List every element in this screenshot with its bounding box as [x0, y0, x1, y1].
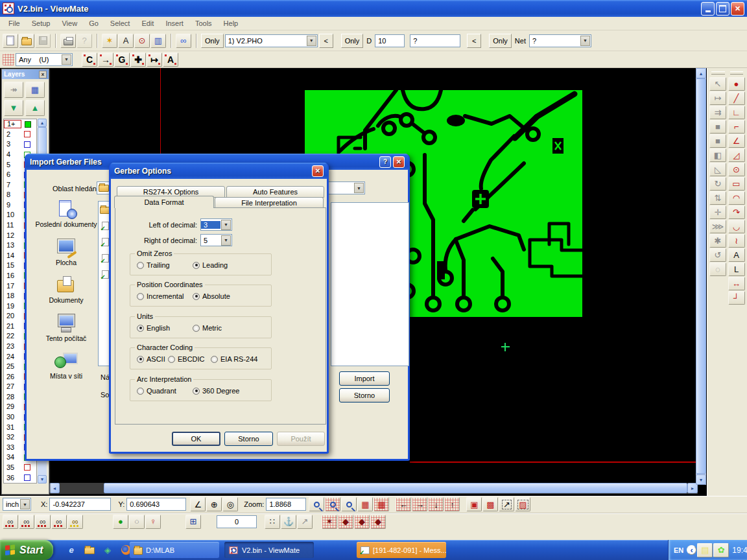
- menu-tools[interactable]: Tools: [189, 18, 218, 29]
- transfer-tool[interactable]: ↦: [709, 91, 726, 105]
- radio-quadrant[interactable]: Quadrant: [137, 387, 176, 395]
- dcode-plus-button[interactable]: ✚: [130, 52, 146, 67]
- taskbar-task-v2-bin-viewmate[interactable]: V2.bin - ViewMate: [224, 542, 314, 558]
- place-network-places[interactable]: Místa v síti: [34, 351, 98, 380]
- dcode-h-button[interactable]: ↦: [147, 52, 162, 67]
- layer-color-swatch[interactable]: [24, 131, 30, 137]
- apply-button[interactable]: Použít: [277, 432, 325, 446]
- pan-up-button[interactable]: ↑: [444, 497, 460, 511]
- radio-metric[interactable]: Metric: [193, 324, 222, 332]
- previous-layer-button[interactable]: <: [319, 34, 333, 48]
- mirror-tool[interactable]: ◧: [709, 148, 726, 162]
- previous-dcode-button[interactable]: <: [467, 34, 481, 48]
- layer-color-swatch[interactable]: [25, 121, 31, 128]
- pattern-pad-button[interactable]: ◆: [338, 515, 353, 529]
- arc-angle-tool[interactable]: ∠: [728, 134, 745, 148]
- view-pads-button[interactable]: ∞: [3, 515, 18, 529]
- drawing-canvas[interactable]: ◂ ▸ ▴ ▾ Layers x ↠▦▼▲ 1+2345678910111213…: [0, 68, 707, 496]
- menu-edit[interactable]: Edit: [136, 18, 160, 29]
- dimension-tool[interactable]: ↔: [728, 277, 745, 290]
- layers-scroll-down-button[interactable]: ▾: [38, 475, 47, 484]
- rectangle-tool[interactable]: ▭: [728, 177, 745, 191]
- taskbar-task-191-482-091-mess[interactable]: [191-482-091] - Mess...: [357, 542, 446, 558]
- import-button[interactable]: Import: [339, 371, 390, 386]
- layer-color-swatch[interactable]: [24, 474, 30, 481]
- grid-toggle-button[interactable]: ▦: [357, 497, 373, 511]
- layer-row-3[interactable]: 3: [4, 139, 36, 150]
- settings-tool[interactable]: ✱: [709, 234, 726, 248]
- dialog-close-button[interactable]: ✕: [393, 156, 405, 168]
- rectangle-corner-tool[interactable]: ⌐: [728, 120, 745, 134]
- polyline-tool[interactable]: ∟: [728, 106, 745, 119]
- radio-ebcdic[interactable]: EBCDIC: [168, 355, 205, 363]
- filled-rect-tool[interactable]: ■: [709, 120, 726, 134]
- chevron-down-icon[interactable]: ▼: [221, 235, 231, 246]
- print-button[interactable]: [60, 34, 76, 48]
- layers-scroll-up-button[interactable]: ▴: [38, 119, 47, 127]
- layers-panel-titlebar[interactable]: Layers x: [2, 69, 49, 79]
- chevron-down-icon[interactable]: ▼: [20, 499, 30, 509]
- tab-auto-features[interactable]: Auto Features: [226, 186, 324, 198]
- probe-button[interactable]: ♀: [145, 515, 161, 529]
- scroll-down-button[interactable]: ▾: [696, 474, 706, 485]
- menu-go[interactable]: Go: [83, 18, 104, 29]
- storno-button[interactable]: Storno: [224, 432, 273, 446]
- select-cursor-tool[interactable]: ↖: [709, 77, 726, 91]
- x-coordinate-field[interactable]: -0.942237: [49, 498, 111, 511]
- close-button[interactable]: ✕: [731, 2, 744, 16]
- net-combo[interactable]: ? ▼: [529, 34, 591, 47]
- only-net-toggle[interactable]: Only: [489, 34, 512, 48]
- layer-row-1+[interactable]: 1+: [4, 119, 36, 130]
- filled-rect-alt-tool[interactable]: ■: [709, 134, 726, 148]
- angle-measure-button[interactable]: ∠: [190, 497, 206, 511]
- layer-export-button[interactable]: ↠: [4, 82, 23, 98]
- tile-view-button[interactable]: ⊞: [185, 515, 201, 529]
- pattern-hole-button[interactable]: ◆: [370, 515, 386, 529]
- highlight-off-button[interactable]: ○: [129, 515, 145, 529]
- view-outlines-button[interactable]: ∞: [51, 515, 67, 529]
- transfer-all-tool[interactable]: ⇉: [709, 106, 726, 119]
- cancel-button[interactable]: Storno: [339, 388, 390, 402]
- highlight-on-button[interactable]: ●: [113, 515, 128, 529]
- antivirus-icon[interactable]: ✿: [713, 543, 729, 557]
- horizontal-scrollbar[interactable]: ◂ ▸: [49, 483, 698, 494]
- pattern-via-button[interactable]: ◆: [354, 515, 370, 529]
- dcode-filter-input[interactable]: ?: [410, 34, 460, 47]
- tab-data-format[interactable]: Data Format: [114, 196, 214, 208]
- radio-absolute[interactable]: Absolute: [193, 292, 230, 300]
- snap-grid-button[interactable]: ∷: [265, 515, 280, 529]
- only-layer-toggle[interactable]: Only: [201, 34, 224, 48]
- mark-window-button[interactable]: ▨: [515, 497, 530, 511]
- view-shapes-button[interactable]: ∞: [35, 515, 51, 529]
- dcode-c-button[interactable]: C: [82, 52, 97, 67]
- anchor-button[interactable]: ⚓: [281, 515, 296, 529]
- undo-tool[interactable]: ↺: [709, 248, 726, 262]
- group-select-tool[interactable]: ◌: [709, 262, 726, 276]
- place-my-computer[interactable]: Tento počítač: [34, 314, 98, 343]
- select-window-button[interactable]: ↗: [499, 497, 514, 511]
- dcode-a-button[interactable]: A: [163, 52, 178, 67]
- place-recent-documents[interactable]: Poslední dokumenty: [34, 200, 98, 229]
- ok-button[interactable]: OK: [172, 432, 220, 446]
- triangle-tool[interactable]: ◿: [728, 148, 745, 162]
- help-book-icon[interactable]: ◈: [101, 543, 114, 556]
- zoom-window-button[interactable]: [341, 497, 357, 511]
- menu-setup[interactable]: Setup: [26, 18, 56, 29]
- counter-field[interactable]: 0: [217, 515, 257, 528]
- place-documents[interactable]: Dokumenty: [34, 275, 98, 305]
- layer-color-swatch[interactable]: [24, 141, 30, 148]
- vertical-scrollbar[interactable]: ▴ ▾: [696, 68, 706, 485]
- only-dcode-toggle[interactable]: Only: [341, 34, 364, 48]
- radio-english[interactable]: English: [137, 324, 170, 332]
- aperture-info-button[interactable]: A: [118, 34, 134, 48]
- grid-snap-button[interactable]: ▦: [374, 497, 389, 511]
- maximize-button[interactable]: [716, 2, 729, 16]
- measure-button[interactable]: ∞: [176, 34, 191, 48]
- menu-file[interactable]: File: [3, 18, 26, 29]
- film-colors-button[interactable]: ▥: [150, 34, 166, 48]
- menu-insert[interactable]: Insert: [160, 18, 189, 29]
- label-tool[interactable]: L: [728, 262, 745, 276]
- tray-expand-button[interactable]: ‹: [687, 545, 696, 555]
- start-button[interactable]: Start: [0, 540, 53, 560]
- menu-view[interactable]: View: [56, 18, 83, 29]
